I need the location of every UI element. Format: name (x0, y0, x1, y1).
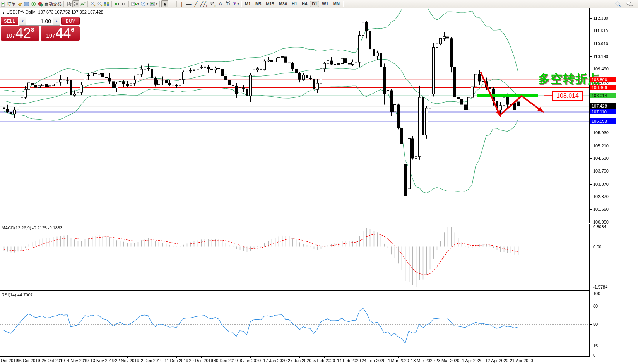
toolbar-right (614, 0, 638, 7)
new-order-label: 订单 (7, 1, 15, 7)
timeframe-W1[interactable]: W1 (320, 1, 330, 7)
chevron-down-icon: ▼ (21, 19, 24, 23)
sell-price-tile[interactable]: 107428 (1, 26, 39, 41)
line-chart-button[interactable] (79, 0, 86, 7)
timeframe-M15[interactable]: M15 (264, 1, 276, 7)
macd-name: MACD(12,26,9) (2, 226, 31, 230)
timeframe-M5[interactable]: M5 (253, 1, 263, 7)
zoom-in-button[interactable] (89, 0, 96, 7)
dropdown-arrow-icon: ▾ (147, 2, 148, 6)
separator (241, 1, 242, 7)
autotrade-button[interactable]: 自动交易 (37, 0, 62, 7)
timeframe-MN[interactable]: MN (331, 1, 342, 7)
trade-row: SELL ▼ 1.00 ▲ BUY (1, 16, 80, 26)
timeframe-D1[interactable]: D1 (310, 1, 319, 7)
new-order-icon (1, 2, 6, 7)
arrows-tool-button[interactable]: ▾ (231, 0, 240, 7)
timeframe-M30[interactable]: M30 (277, 1, 289, 7)
symbol-marker-icon: ▴ (3, 11, 4, 14)
timeframe-H1[interactable]: H1 (290, 1, 299, 7)
search-icon (615, 1, 621, 7)
autotrade-label: 自动交易 (44, 1, 62, 7)
macd-value-signal: -0.1883 (48, 226, 62, 230)
volume-input[interactable]: 1.00 (26, 17, 53, 25)
crosshair-icon (169, 2, 174, 7)
chat-icon (626, 1, 633, 7)
mt4-window: 订单 自动交易 (0, 0, 638, 364)
new-order-button[interactable]: 订单 (0, 0, 16, 7)
text-label-icon: T (225, 1, 230, 7)
chart-shift-icon (121, 2, 127, 7)
bar-chart-button[interactable] (65, 0, 72, 7)
periods-button[interactable]: ▾ (140, 0, 149, 7)
symbol-ohlc: 107.673 107.752 107.392 107.428 (38, 10, 103, 14)
arrows-tool-icon (232, 2, 237, 7)
fibonacci-suffix: F (214, 5, 216, 7)
horizontal-line-button[interactable]: — (185, 0, 192, 7)
market-watch-icon (24, 2, 29, 7)
trendline-icon: ╱ (194, 2, 197, 7)
gold-badge-icon (17, 2, 22, 7)
trendline-button[interactable]: ╱ (192, 0, 199, 7)
cursor-button[interactable] (161, 0, 168, 7)
text-tool-icon: A (219, 2, 222, 7)
ticket-button[interactable] (16, 0, 23, 7)
zoom-in-icon (90, 1, 96, 7)
buy-button[interactable]: BUY (61, 17, 80, 25)
separator (159, 1, 160, 7)
volume-increase-button[interactable]: ▲ (53, 17, 60, 25)
dropdown-arrow-icon: ▾ (238, 2, 239, 6)
timeframe-M1[interactable]: M1 (243, 1, 253, 7)
text-label-button[interactable]: T (224, 0, 231, 7)
sell-button[interactable]: SELL (1, 17, 18, 25)
market-watch-button[interactable] (23, 0, 30, 7)
signal-button[interactable] (30, 0, 37, 7)
volume-decrease-button[interactable]: ▼ (19, 17, 26, 25)
macd-value-main: -0.2125 (32, 226, 46, 230)
dropdown-arrow-icon: ▾ (137, 2, 139, 6)
candle-chart-button[interactable] (72, 0, 79, 7)
cursor-icon (162, 2, 168, 7)
volume-stepper: ▼ 1.00 ▲ (19, 17, 60, 26)
zoom-out-button[interactable] (96, 0, 103, 7)
chat-button[interactable] (626, 0, 634, 7)
autotrade-icon (38, 2, 43, 7)
fibonacci-button[interactable]: F (209, 0, 217, 7)
search-button[interactable] (614, 0, 622, 7)
channel-button[interactable]: ╱╱ E (199, 0, 209, 7)
one-click-trading-panel: SELL ▼ 1.00 ▲ BUY 107428 107446 (1, 16, 80, 41)
tile-windows-button[interactable] (103, 0, 110, 7)
channel-suffix: E (206, 5, 208, 7)
auto-scroll-button[interactable] (113, 0, 120, 7)
auto-scroll-icon (114, 2, 120, 7)
tile-windows-icon (104, 2, 109, 7)
horizontal-line-icon: — (186, 2, 192, 7)
timeframe-H4[interactable]: H4 (300, 1, 309, 7)
price-tag: 108.466 (590, 85, 616, 90)
rsi-name: RSI(14) (2, 292, 16, 297)
chart-shift-button[interactable] (120, 0, 127, 7)
buy-price-small: 107 (46, 32, 55, 39)
vertical-line-button[interactable]: | (178, 0, 185, 7)
text-tool-button[interactable]: A (217, 0, 224, 7)
templates-button[interactable]: ▾ (149, 0, 158, 7)
sell-button-label: SELL (4, 19, 15, 24)
rsi-label: RSI(14) 44.7007 (2, 292, 33, 297)
channel-icon: ╱╱ (200, 2, 206, 7)
chart-info-line: ▴USDJPY-,Daily107.673 107.752 107.392 10… (3, 10, 103, 14)
crosshair-button[interactable] (168, 0, 175, 7)
separator (176, 1, 177, 7)
price-tag: 107.428 (590, 103, 616, 109)
indicators-button[interactable]: ▾ (130, 0, 140, 7)
signal-icon (31, 2, 36, 7)
chart-canvas[interactable] (0, 0, 638, 364)
buy-button-label: BUY (66, 19, 75, 24)
price-tag: 106.593 (590, 118, 616, 124)
bar-chart-icon (66, 2, 72, 7)
buy-price-tile[interactable]: 107446 (41, 26, 80, 41)
fibonacci-icon (209, 2, 214, 7)
toolbar: 订单 自动交易 (0, 0, 638, 8)
sell-price-small: 107 (6, 32, 15, 39)
add-indicator-icon (131, 2, 137, 7)
separator (343, 1, 344, 7)
